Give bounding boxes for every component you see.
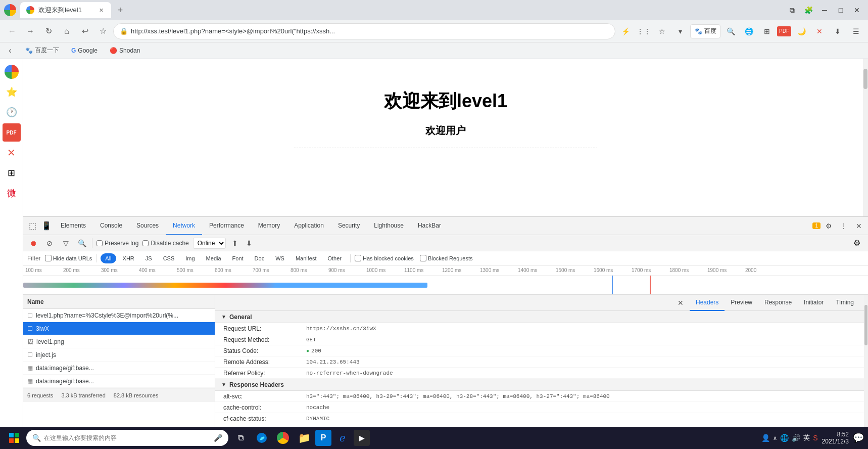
devtools-more-button[interactable]: ⋮	[837, 219, 851, 233]
menu-button[interactable]: ☰	[848, 23, 864, 39]
filter-tag-media[interactable]: Media	[202, 253, 226, 263]
notification-button[interactable]: 💬	[853, 432, 864, 443]
bookmarks-toggle[interactable]: ‹	[4, 44, 16, 57]
start-button[interactable]	[4, 428, 24, 448]
tab-application[interactable]: Application	[287, 217, 331, 235]
throttle-select[interactable]: Online	[193, 238, 226, 249]
x-button[interactable]: ✕	[811, 23, 828, 39]
baidu-button[interactable]: 🐾 百度	[690, 24, 720, 38]
minimize-button[interactable]: ─	[817, 3, 832, 17]
grid-button[interactable]: ⊞	[759, 23, 775, 39]
tab-elements[interactable]: Elements	[54, 217, 93, 235]
file-item-level1-png[interactable]: 🖼 level1.png	[23, 335, 215, 348]
tab-network[interactable]: Network	[166, 217, 202, 235]
devtools-settings-button[interactable]: ⚙	[822, 219, 836, 233]
lightning-button[interactable]: ⚡	[617, 23, 634, 39]
record-button[interactable]: ⏺	[27, 237, 39, 249]
filter-toggle-button[interactable]: ▽	[60, 237, 72, 249]
expand-button[interactable]: ▾	[672, 23, 688, 39]
lang-indicator[interactable]: 英	[803, 433, 810, 442]
file-item-level1[interactable]: ☐ level1.php?name=%3Cstyle%3E@import%20u…	[23, 309, 215, 322]
blocked-requests-checkbox[interactable]	[420, 255, 426, 261]
sidebar-weibo-icon[interactable]: 微	[3, 184, 21, 202]
details-tab-initiator[interactable]: Initiator	[798, 295, 830, 311]
hide-data-urls-label[interactable]: Hide data URLs	[45, 255, 92, 261]
home-button[interactable]: ⌂	[59, 23, 75, 39]
bookmark-shodan[interactable]: 🔴 Shodan	[107, 46, 143, 55]
sidebar-x-icon[interactable]: ✕	[3, 144, 21, 162]
p-taskbar-icon[interactable]: P	[315, 430, 331, 446]
tab-sources[interactable]: Sources	[129, 217, 166, 235]
filter-tag-xhr[interactable]: XHR	[118, 253, 139, 263]
blocked-cookies-label[interactable]: Has blocked cookies	[355, 255, 414, 261]
stop-button[interactable]: ⊘	[43, 237, 56, 249]
sidebar-chrome-icon[interactable]	[3, 63, 21, 81]
tab-console[interactable]: Console	[93, 217, 129, 235]
moon-button[interactable]: 🌙	[793, 23, 809, 39]
file-item-data-gif-2[interactable]: ▦ data:image/gif;base...	[23, 375, 215, 388]
close-window-button[interactable]: ✕	[850, 3, 864, 17]
details-tab-headers[interactable]: Headers	[690, 295, 725, 311]
devtools-device-button[interactable]: 📱	[39, 219, 54, 233]
details-tab-timing[interactable]: Timing	[830, 295, 860, 311]
response-headers-section-header[interactable]: ▼ Response Headers	[215, 379, 864, 391]
close-tab-button[interactable]: ✕	[97, 6, 105, 14]
export-button[interactable]: ⬇	[244, 238, 254, 248]
import-button[interactable]: ⬆	[230, 238, 240, 248]
reload-button[interactable]: ↻	[40, 23, 57, 39]
tab-security[interactable]: Security	[331, 217, 367, 235]
filter-tag-doc[interactable]: Doc	[250, 253, 269, 263]
sidebar-grid-icon[interactable]: ⊞	[3, 164, 21, 182]
back-button[interactable]: ←	[4, 23, 20, 39]
bookmark-button[interactable]: ☆	[95, 23, 111, 39]
blocked-cookies-checkbox[interactable]	[355, 255, 361, 261]
back-history-button[interactable]: ↩	[77, 23, 93, 39]
taskbar-search-bar[interactable]: 🔍 🎤	[26, 430, 228, 446]
terminal-taskbar-icon[interactable]: ▶	[354, 430, 370, 446]
preserve-log-label[interactable]: Preserve log	[97, 240, 138, 247]
filter-tag-font[interactable]: Font	[228, 253, 248, 263]
devtools-panel-scrollbar[interactable]	[864, 295, 868, 449]
address-bar[interactable]: 🔒 http://xss.test/level1.php?name=<style…	[113, 23, 615, 39]
translate-button[interactable]: 🌐	[741, 23, 757, 39]
taskbar-search-input[interactable]	[44, 434, 211, 441]
devtools-inspect-button[interactable]: ⬚	[25, 219, 39, 233]
active-tab[interactable]: 欢迎来到level1 ✕	[20, 2, 111, 18]
bookmark-baidu[interactable]: 🐾 百度一下	[22, 45, 62, 56]
hide-data-urls-checkbox[interactable]	[45, 255, 52, 261]
forward-button[interactable]: →	[22, 23, 38, 39]
filter-tag-css[interactable]: CSS	[159, 253, 179, 263]
search-button[interactable]: 🔍	[722, 23, 739, 39]
sidebar-star-icon[interactable]: ⭐	[3, 83, 21, 101]
download-nav-button[interactable]: ⬇	[830, 23, 846, 39]
sidebar-pdf-icon[interactable]: PDF	[3, 123, 21, 142]
pdf-button[interactable]: PDF	[777, 26, 791, 36]
sound-systray-icon[interactable]: 🔊	[792, 434, 800, 442]
general-section-header[interactable]: ▼ General	[215, 311, 864, 323]
taskview-button[interactable]: ⧉	[230, 428, 251, 448]
chrome-taskbar-icon[interactable]	[273, 428, 293, 448]
tab-memory[interactable]: Memory	[251, 217, 287, 235]
disable-cache-checkbox[interactable]	[142, 240, 149, 246]
filter-tag-js[interactable]: JS	[141, 253, 157, 263]
close-details-button[interactable]: ✕	[673, 296, 688, 310]
tab-performance[interactable]: Performance	[202, 217, 251, 235]
favorites-button[interactable]: ☆	[654, 23, 670, 39]
ie-taskbar-icon[interactable]: ℯ	[332, 428, 353, 448]
file-item-3iwx[interactable]: ☐ 3iwX	[23, 322, 215, 335]
filter-tag-other[interactable]: Other	[323, 253, 346, 263]
filter-tag-all[interactable]: All	[101, 253, 116, 263]
bookmark-google[interactable]: G Google	[68, 46, 101, 55]
taskbar-clock[interactable]: 8:52 2021/12/3	[822, 431, 849, 445]
settings-network-button[interactable]: ⚙	[850, 236, 864, 250]
disable-cache-label[interactable]: Disable cache	[142, 240, 188, 247]
window-extension-button[interactable]: 🧩	[801, 3, 815, 17]
devtools-close-button[interactable]: ✕	[852, 219, 866, 233]
details-tab-preview[interactable]: Preview	[725, 295, 758, 311]
wifi-systray-icon[interactable]: 🌐	[780, 434, 789, 442]
file-item-inject-js[interactable]: ☐ inject.js	[23, 348, 215, 362]
edge-taskbar-icon[interactable]	[252, 428, 272, 448]
filter-tag-manifest[interactable]: Manifest	[291, 253, 321, 263]
filter-tag-ws[interactable]: WS	[271, 253, 289, 263]
file-item-data-gif-1[interactable]: ▦ data:image/gif;base...	[23, 362, 215, 375]
